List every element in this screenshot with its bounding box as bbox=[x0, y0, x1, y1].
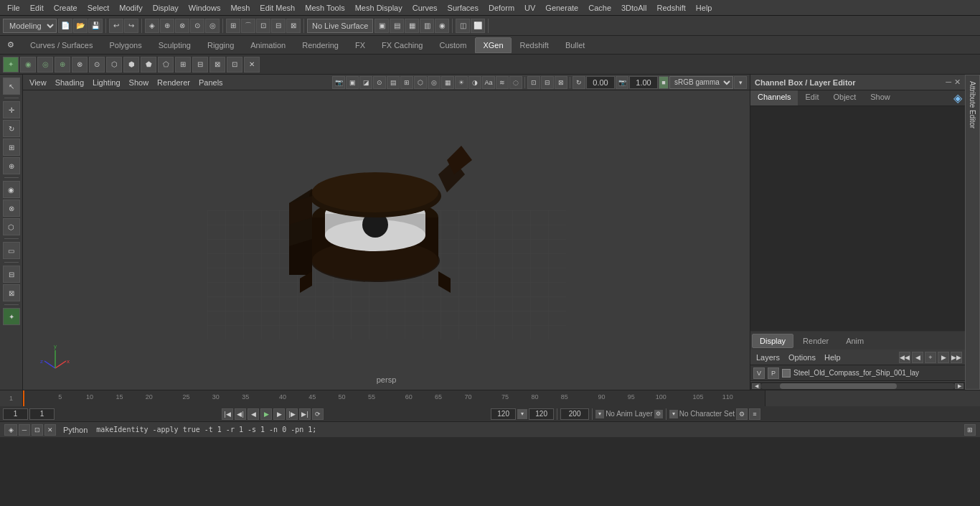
rotate-tool[interactable]: ↻ bbox=[3, 120, 20, 137]
tab-redshift[interactable]: Redshift bbox=[512, 37, 557, 53]
tab-edit[interactable]: Edit bbox=[798, 90, 826, 106]
menu-surfaces[interactable]: Surfaces bbox=[443, 2, 483, 14]
char-set-settings[interactable]: ⚙ bbox=[736, 408, 748, 420]
cmd-expand-icon[interactable]: ⊞ bbox=[964, 424, 976, 436]
xgen-icon[interactable]: ✦ bbox=[3, 308, 20, 325]
tex-icon[interactable]: ▦ bbox=[441, 76, 454, 89]
menu-mesh[interactable]: Mesh bbox=[226, 2, 254, 14]
xgen-btn-10[interactable]: ⬠ bbox=[158, 57, 174, 72]
snap-pt-btn[interactable]: ⊡ bbox=[256, 19, 270, 33]
timeline-ruler[interactable]: 5 10 15 20 25 30 35 40 45 50 55 60 65 70… bbox=[23, 390, 765, 406]
universal-manip[interactable]: ⊕ bbox=[3, 157, 20, 174]
camera2-icon[interactable]: ◪ bbox=[359, 76, 372, 89]
grid-icon[interactable]: ⊞ bbox=[400, 76, 413, 89]
xgen-btn-4[interactable]: ⊕ bbox=[55, 57, 70, 72]
go-end-btn[interactable]: ▶| bbox=[299, 408, 311, 420]
scale-tool[interactable]: ⊞ bbox=[3, 139, 20, 156]
menu-mesh-tools[interactable]: Mesh Tools bbox=[301, 2, 349, 14]
undo-btn[interactable]: ↩ bbox=[109, 19, 123, 33]
display-mode-btn[interactable]: ◫ bbox=[456, 19, 470, 33]
attribute-editor-tab[interactable]: Attribute Editor bbox=[965, 75, 980, 390]
menu-deform[interactable]: Deform bbox=[484, 2, 519, 14]
prev-key-btn[interactable]: ◀| bbox=[235, 408, 246, 420]
redo-btn[interactable]: ↪ bbox=[124, 19, 138, 33]
options-menu[interactable]: Options bbox=[786, 352, 819, 362]
xgen-btn-14[interactable]: ⊡ bbox=[227, 57, 242, 72]
ipr-btn[interactable]: ▤ bbox=[390, 19, 404, 33]
camera-icon-2[interactable]: 📷 bbox=[616, 76, 628, 89]
tab-channels[interactable]: Channels bbox=[750, 90, 798, 106]
light-icon[interactable]: ☀ bbox=[455, 76, 468, 89]
layer-prev-btn[interactable]: ◀◀ bbox=[899, 352, 910, 363]
layer-visibility-v[interactable]: V bbox=[753, 367, 765, 379]
isolate-icon[interactable]: ⊡ bbox=[527, 76, 540, 89]
camera-value-2[interactable] bbox=[629, 76, 658, 89]
vp-menu-show[interactable]: Show bbox=[126, 77, 153, 88]
layers-menu[interactable]: Layers bbox=[753, 352, 783, 362]
char-set-icon[interactable]: ▾ bbox=[669, 410, 678, 418]
menu-edit[interactable]: Edit bbox=[26, 2, 48, 14]
help-menu[interactable]: Help bbox=[821, 352, 844, 362]
layer-next-btn[interactable]: ▶▶ bbox=[951, 352, 962, 363]
smooth-icon[interactable]: ◎ bbox=[428, 76, 440, 89]
window-icon-1[interactable]: ◈ bbox=[4, 424, 17, 436]
menu-file[interactable]: File bbox=[3, 2, 24, 14]
layer-color-chip[interactable] bbox=[782, 369, 791, 378]
film-icon[interactable]: ▣ bbox=[346, 76, 359, 89]
viewport-canvas[interactable]: persp x z y bbox=[23, 90, 750, 390]
start-frame-field[interactable] bbox=[3, 408, 28, 420]
aa-icon[interactable]: Aa bbox=[482, 76, 495, 89]
menu-uv[interactable]: UV bbox=[520, 2, 540, 14]
anim-layer-settings[interactable]: ⚙ bbox=[654, 410, 663, 418]
soft-mod-tool[interactable]: ◉ bbox=[3, 181, 20, 198]
xgen-btn-3[interactable]: ◎ bbox=[37, 57, 53, 72]
anim-layer-icon[interactable]: ▾ bbox=[595, 410, 604, 418]
live-surface-btn[interactable]: No Live Surface bbox=[307, 19, 373, 33]
layer-prev-single-btn[interactable]: ◀ bbox=[912, 352, 923, 363]
camera-value-1[interactable] bbox=[586, 76, 615, 89]
scroll-left-btn[interactable]: ◀ bbox=[752, 383, 760, 389]
menu-select[interactable]: Select bbox=[83, 2, 114, 14]
open-scene-btn[interactable]: 📂 bbox=[73, 19, 88, 33]
tab-polygons[interactable]: Polygons bbox=[101, 37, 149, 53]
vp-menu-view[interactable]: View bbox=[26, 77, 50, 88]
tab-anim[interactable]: Anim bbox=[838, 334, 872, 348]
layer-new-btn[interactable]: + bbox=[925, 352, 936, 363]
tab-sculpting[interactable]: Sculpting bbox=[151, 37, 199, 53]
menu-3dtoall[interactable]: 3DtoAll bbox=[617, 2, 651, 14]
panel-minimize-btn[interactable]: ─ bbox=[946, 78, 951, 87]
shadow-icon[interactable]: ◑ bbox=[468, 76, 481, 89]
select-tool[interactable]: ↖ bbox=[3, 78, 20, 95]
hypershade-btn[interactable]: ◉ bbox=[435, 19, 449, 33]
menu-mesh-display[interactable]: Mesh Display bbox=[351, 2, 407, 14]
snap-grid-btn[interactable]: ⊞ bbox=[226, 19, 240, 33]
vp-menu-renderer[interactable]: Renderer bbox=[154, 77, 194, 88]
xgen-btn-7[interactable]: ⬡ bbox=[106, 57, 122, 72]
tab-bullet[interactable]: Bullet bbox=[557, 37, 593, 53]
align-tool[interactable]: ⊠ bbox=[3, 284, 20, 301]
tab-curves-surfaces[interactable]: Curves / Surfaces bbox=[22, 37, 100, 53]
menu-generate[interactable]: Generate bbox=[541, 2, 583, 14]
rect-select[interactable]: ▭ bbox=[3, 242, 20, 259]
tab-object[interactable]: Object bbox=[826, 90, 863, 106]
vp-menu-panels[interactable]: Panels bbox=[195, 77, 227, 88]
menu-create[interactable]: Create bbox=[50, 2, 82, 14]
go-start-btn[interactable]: |◀ bbox=[222, 408, 233, 420]
show-manip[interactable]: ⬡ bbox=[3, 218, 20, 235]
tab-custom[interactable]: Custom bbox=[432, 37, 475, 53]
sculpt-tool[interactable]: ⊗ bbox=[3, 200, 20, 217]
tab-show[interactable]: Show bbox=[863, 90, 897, 106]
paint-btn[interactable]: ⊗ bbox=[175, 19, 189, 33]
xgen-btn-1[interactable]: ✦ bbox=[3, 57, 19, 72]
menu-redshift[interactable]: Redshift bbox=[652, 2, 689, 14]
layer-visibility-p[interactable]: P bbox=[768, 367, 779, 379]
lasso-btn[interactable]: ⊕ bbox=[160, 19, 174, 33]
menu-edit-mesh[interactable]: Edit Mesh bbox=[255, 2, 299, 14]
xgen-btn-2[interactable]: ◉ bbox=[20, 57, 36, 72]
loop-btn[interactable]: ⟳ bbox=[312, 408, 324, 420]
move-tool[interactable]: ✛ bbox=[3, 101, 20, 118]
xgen-btn-12[interactable]: ⊟ bbox=[192, 57, 208, 72]
current-frame-field[interactable] bbox=[29, 408, 55, 420]
color-chip[interactable]: ■ bbox=[659, 76, 669, 89]
range-total-field[interactable] bbox=[560, 408, 589, 420]
